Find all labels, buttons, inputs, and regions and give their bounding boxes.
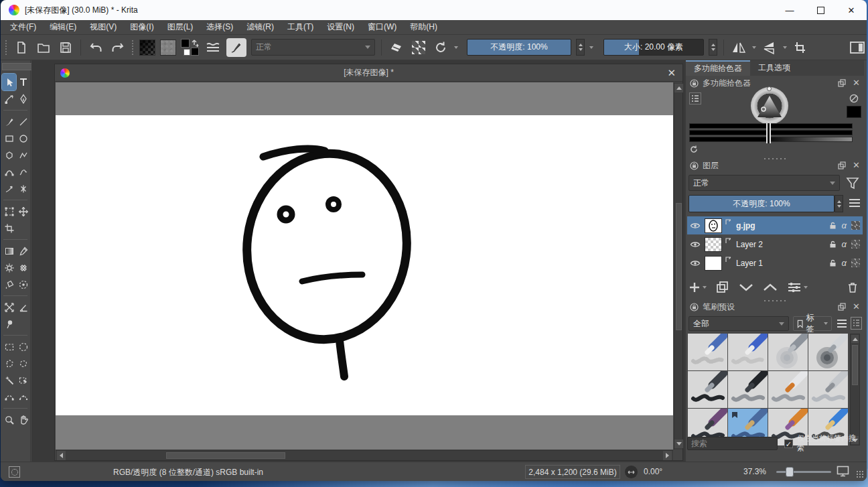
bezier-curve-tool[interactable] (2, 163, 16, 180)
brush-preset-pen-silver[interactable] (808, 371, 848, 408)
ellipse-tool[interactable] (16, 130, 30, 147)
enclose-fill-tool[interactable] (16, 276, 30, 293)
scroll-up-button[interactable] (674, 84, 683, 92)
preset-filter-dropdown[interactable]: 全部 (689, 316, 789, 331)
similar-select-tool[interactable] (2, 372, 16, 389)
layer-filter-icon[interactable] (845, 176, 860, 191)
preset-view-mode-button[interactable] (851, 317, 862, 330)
layer-visibility-icon[interactable] (690, 240, 701, 249)
colorize-mask-tool[interactable] (2, 259, 16, 276)
tab-tool-options[interactable]: 工具选项 (750, 60, 798, 76)
inherit-alpha-icon[interactable] (851, 221, 860, 230)
layer-row-layer-1[interactable]: Layer 1α (687, 254, 863, 272)
menu-layer[interactable]: 图层(L) (167, 21, 194, 33)
preset-scroll-up-button[interactable] (851, 335, 859, 343)
transform-tool[interactable] (2, 203, 16, 220)
document-close-icon[interactable]: ✕ (667, 67, 676, 79)
opacity-spinner[interactable] (576, 39, 585, 56)
layer-row-g-jpg[interactable]: g.jpgα (687, 216, 863, 234)
scroll-right-button[interactable] (663, 451, 672, 460)
gradient-tool[interactable] (2, 242, 16, 259)
docker-lock-icon[interactable] (690, 79, 699, 88)
redo-button[interactable] (109, 39, 127, 56)
vertical-scroll-thumb[interactable] (676, 203, 682, 330)
foreground-color-swatch[interactable] (181, 39, 190, 48)
opacity-slider[interactable]: 不透明度: 100% (467, 39, 571, 56)
color-settings-button[interactable] (689, 92, 701, 105)
brush-preset-ink-pen-dark[interactable] (688, 371, 727, 408)
mirror-horizontal-dropdown-icon[interactable] (752, 46, 756, 49)
docker-lock-icon[interactable] (690, 161, 699, 170)
canvas-horizontal-scrollbar[interactable] (56, 450, 673, 460)
measure-tool[interactable] (16, 299, 30, 316)
docker-float-icon[interactable] (838, 303, 846, 311)
brush-size-slider[interactable]: 大小: 20.00 像素 (603, 39, 704, 56)
brush-preset-soft-eraser-blue[interactable] (728, 334, 768, 370)
canvas-image[interactable] (56, 115, 673, 415)
delete-layer-icon[interactable] (847, 281, 859, 293)
mirror-vertical-dropdown-icon[interactable] (783, 46, 787, 49)
workspace-chooser-button[interactable] (849, 39, 866, 56)
line-tool[interactable] (16, 113, 30, 130)
polygon-select-tool[interactable] (2, 355, 16, 372)
background-color-swatch[interactable] (184, 49, 190, 56)
docker-close-icon[interactable]: ✕ (853, 161, 860, 169)
move-layer-up-icon[interactable] (763, 283, 778, 292)
fullscreen-canvas-button[interactable] (837, 466, 849, 477)
duplicate-layer-icon[interactable] (716, 281, 729, 293)
swap-colors-icon[interactable] (191, 39, 199, 47)
multibrush-tool[interactable] (16, 180, 30, 197)
rectangle-tool[interactable] (2, 130, 16, 147)
wraparound-mode-button[interactable] (792, 39, 809, 56)
color-sampler-tool[interactable] (16, 242, 30, 259)
color-slider-marker[interactable] (766, 123, 771, 143)
refresh-colors-icon[interactable] (689, 145, 699, 154)
reload-dropdown-arrow-icon[interactable] (454, 46, 458, 49)
layer-lock-icon[interactable] (828, 259, 837, 267)
alpha-lock-icon[interactable]: α (842, 239, 847, 249)
brush-preset-block-eraser[interactable] (688, 334, 727, 370)
canvas-viewport[interactable] (56, 82, 673, 449)
assistants-tool[interactable] (2, 299, 16, 316)
open-document-button[interactable] (35, 39, 52, 56)
bezier-select-tool[interactable] (2, 389, 16, 405)
brush-preset-pen-white-orange[interactable] (768, 371, 808, 408)
brush-option-slider-button[interactable] (204, 39, 222, 56)
document-titlebar[interactable]: [未保存图像] * ✕ (55, 64, 682, 82)
undo-button[interactable] (87, 39, 104, 56)
canvas-vertical-scrollbar[interactable] (674, 82, 682, 449)
inherit-alpha-icon[interactable] (851, 259, 860, 267)
move-layer-down-icon[interactable] (739, 283, 753, 292)
layer-thumbnail[interactable] (705, 218, 722, 233)
mirror-vertical-button[interactable] (761, 39, 778, 56)
pan-tool[interactable] (16, 411, 30, 428)
docker-close-icon[interactable]: ✕ (853, 303, 860, 311)
dynamic-brush-tool[interactable] (2, 180, 16, 197)
color-slider-2[interactable] (689, 130, 853, 135)
horizontal-scroll-thumb[interactable] (166, 452, 285, 459)
docker-close-icon[interactable]: ✕ (853, 79, 860, 87)
scroll-down-button[interactable] (674, 439, 683, 448)
move-tool[interactable] (16, 203, 30, 220)
selection-mode-button[interactable] (9, 466, 20, 478)
rect-select-tool[interactable] (2, 338, 16, 355)
hue-ring-selector[interactable] (751, 87, 788, 125)
magnetic-select-tool[interactable] (16, 389, 30, 405)
layer-thumbnail[interactable] (705, 237, 722, 252)
preset-scroll-thumb[interactable] (852, 345, 858, 385)
menu-settings[interactable]: 设置(N) (327, 21, 354, 33)
eraser-mode-button[interactable] (388, 39, 405, 56)
menu-tools[interactable]: 工具(T) (287, 21, 313, 33)
layer-opacity-spinner[interactable] (835, 195, 843, 212)
alpha-lock-icon[interactable]: α (842, 220, 847, 230)
menu-select[interactable]: 选择(S) (206, 21, 233, 33)
add-layer-button[interactable] (689, 281, 707, 293)
alpha-lock-icon[interactable]: α (842, 258, 847, 268)
tab-advanced-color-selector[interactable]: 多功能拾色器 (686, 60, 750, 76)
maximize-button[interactable] (805, 0, 836, 20)
inherit-alpha-icon[interactable] (851, 240, 860, 249)
color-slider-1[interactable] (689, 123, 853, 129)
contiguous-select-tool[interactable] (16, 372, 30, 389)
layer-row-layer-2[interactable]: Layer 2α (687, 235, 863, 253)
sv-triangle-selector[interactable] (757, 95, 782, 118)
